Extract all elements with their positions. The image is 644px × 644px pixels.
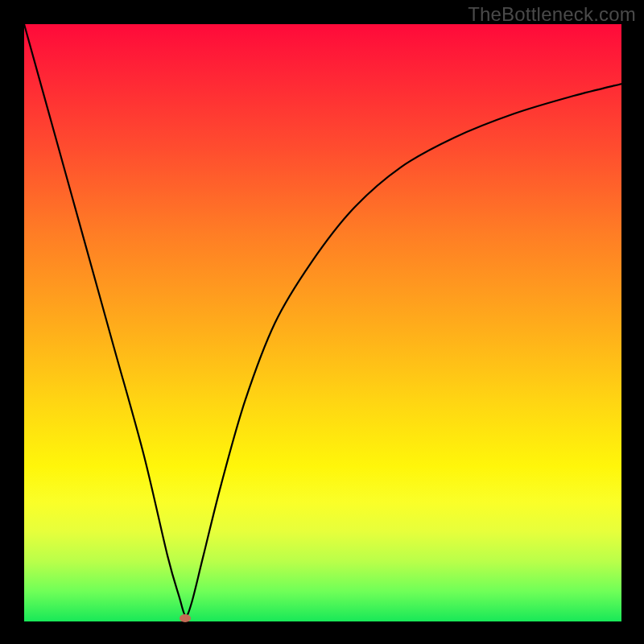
chart-frame: TheBottleneck.com <box>0 0 644 644</box>
minimum-marker <box>180 614 191 622</box>
bottleneck-curve <box>24 24 621 621</box>
plot-area <box>24 24 621 621</box>
watermark-text: TheBottleneck.com <box>468 3 636 26</box>
